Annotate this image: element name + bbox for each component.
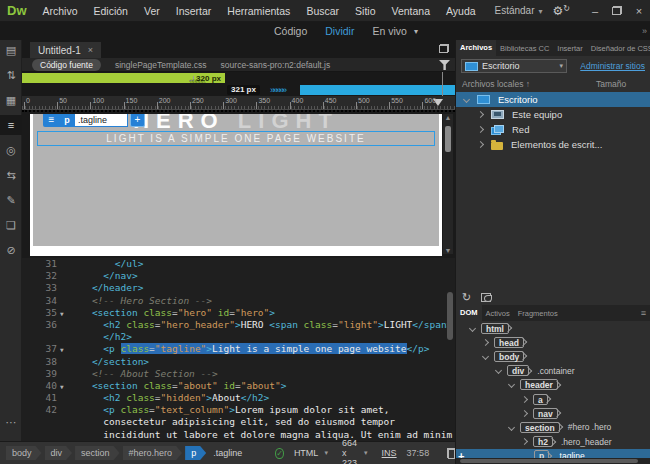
scrollbar-thumb[interactable] (445, 126, 451, 152)
tag-selector-p[interactable]: p (185, 446, 206, 460)
related-file-item[interactable]: singlePageTemplate.css (115, 60, 207, 70)
dom-tree-row-section-herohero[interactable]: section#hero .hero (456, 420, 650, 434)
open-documents-icon[interactable]: ▤ (0, 40, 22, 60)
menu-item-ver[interactable]: Ver (136, 5, 168, 17)
code-scrollbar[interactable] (446, 262, 454, 437)
chevron-right-icon[interactable] (482, 339, 489, 346)
insert-mode-toggle[interactable]: INS (382, 448, 397, 458)
files-tree-row-este-equipo[interactable]: Este equipo (456, 107, 650, 122)
scrollbar-thumb[interactable] (460, 459, 638, 463)
column-size[interactable]: Tamaño (596, 79, 626, 89)
close-button[interactable]: × (628, 3, 650, 19)
scrollbar-thumb[interactable] (447, 292, 453, 340)
live-page[interactable]: ≡ p .tagline + HERO LIGHT LIGHT IS A SIM… (30, 114, 442, 256)
files-tab-insertar[interactable]: Insertar (553, 44, 586, 53)
chevron-right-icon[interactable] (477, 111, 484, 118)
code-line[interactable]: </h2> (22, 331, 455, 343)
menu-item-ayuda[interactable]: Ayuda (438, 5, 484, 17)
view-mode-dividir[interactable]: Dividir (316, 25, 363, 37)
refresh-icon[interactable]: ↻ (462, 291, 471, 304)
chevron-down-icon[interactable] (469, 325, 476, 332)
collapse-panels-icon[interactable]: » (642, 26, 646, 36)
edit-icon[interactable]: ✎ (0, 190, 22, 210)
manage-sites-link[interactable]: Administrar sitios (580, 61, 645, 71)
code-line[interactable]: 31 </ul> (22, 258, 455, 270)
panel-menu-icon[interactable]: ≡ (637, 308, 650, 318)
hamburger-icon[interactable]: ≡ (43, 114, 60, 127)
tag-selector-herohero[interactable]: #hero.hero (123, 446, 183, 460)
files-tab-diseñador-de-css[interactable]: Diseñador de CSS (587, 44, 650, 53)
scroll-up-icon[interactable]: ▲ (443, 114, 453, 121)
menu-item-buscar[interactable]: Buscar (298, 5, 347, 17)
column-local-files[interactable]: Archivos locales ↑ (456, 79, 530, 89)
files-tree-row-red[interactable]: Red (456, 122, 650, 137)
viewport-scrubber-handle[interactable] (442, 72, 443, 96)
filter-icon[interactable] (439, 60, 450, 70)
tag-selector-body[interactable]: body (6, 446, 42, 460)
media-query-bar-320[interactable]: ««««« 320 px (22, 73, 225, 83)
viewport-size-dropdown[interactable]: 664 x 223▾ (342, 438, 368, 464)
hero-section[interactable]: ≡ p .tagline + HERO LIGHT LIGHT IS A SIM… (33, 114, 439, 246)
remove-comment-icon[interactable]: ⊘ (0, 240, 22, 260)
expand-all-icon[interactable]: ⇆ (0, 165, 22, 185)
format-source-icon[interactable]: ≡ (0, 115, 22, 135)
related-file-item[interactable]: source-sans-pro:n2:default.js (221, 60, 331, 70)
chevron-right-icon[interactable] (521, 410, 528, 417)
menu-item-edición[interactable]: Edición (86, 5, 136, 17)
code-line[interactable]: 39 <!-- About Section --> (22, 368, 455, 380)
media-query-bar-321[interactable] (300, 85, 455, 95)
site-dropdown[interactable]: Escritorio ▾ (461, 59, 567, 73)
chevron-down-icon[interactable] (508, 424, 515, 431)
menu-item-insertar[interactable]: Insertar (168, 5, 220, 17)
dom-tag-pill[interactable]: section (520, 422, 560, 433)
code-line[interactable]: 33 </header> (22, 282, 455, 294)
menu-item-sitio[interactable]: Sitio (347, 5, 383, 17)
dom-tree-row-p-tagline[interactable]: +p.tagline (456, 449, 650, 458)
chevron-right-icon[interactable] (477, 126, 484, 133)
code-line[interactable]: 38 </section> (22, 356, 455, 368)
restore-document-icon[interactable] (439, 44, 449, 53)
element-class-input[interactable]: .tagline (74, 114, 128, 127)
chevron-down-icon[interactable] (482, 353, 489, 360)
device-preview-icon[interactable] (447, 448, 455, 459)
code-line[interactable]: 34 <!-- Hero Section --> (22, 295, 455, 307)
workspace-switcher[interactable]: Estándar▾ (494, 5, 542, 16)
tag-selector-section[interactable]: section (75, 446, 120, 460)
minimize-button[interactable]: – (584, 3, 606, 19)
sync-settings-icon[interactable]: ⚙↻ (553, 4, 570, 18)
chevron-right-icon[interactable] (521, 438, 528, 445)
dom-tab-dom[interactable]: DOM (456, 305, 482, 321)
menu-item-archivo[interactable]: Archivo (35, 5, 86, 17)
element-tag-label[interactable]: p (60, 114, 74, 127)
tag-selector-div[interactable]: div (45, 446, 73, 460)
code-line[interactable]: 40▼ <section class="about" id="about"> (22, 380, 455, 392)
files-tab-bibliotecas-cc[interactable]: Bibliotecas CC (496, 44, 553, 53)
code-line[interactable]: 37▼ <p class="tagline">Light is a simple… (22, 343, 455, 355)
dom-tree-row-a[interactable]: a (456, 392, 650, 406)
menu-item-ventana[interactable]: Ventana (384, 5, 439, 17)
code-line[interactable]: 42 <p class="text_column">Lorem ipsum do… (22, 404, 455, 416)
restore-button[interactable] (606, 3, 628, 19)
code-line[interactable]: consectetur adipisicing elit, sed do eiu… (22, 416, 455, 428)
chevron-right-icon[interactable] (477, 141, 484, 148)
dom-tree-row-header[interactable]: header (456, 378, 650, 392)
code-view[interactable]: 31 </ul>32 </nav>33 </header>34 <!-- Her… (22, 258, 455, 441)
scroll-down-icon[interactable]: ▼ (443, 247, 453, 254)
chevron-down-icon[interactable] (508, 381, 515, 388)
files-tree-row-elementos-de-escrit-[interactable]: Elementos de escrit... (456, 137, 650, 152)
document-tab[interactable]: Untitled-1 × (30, 42, 101, 58)
related-file-source[interactable]: Código fuente (32, 59, 101, 71)
dom-tab-activos[interactable]: Activos (482, 309, 514, 318)
chevron-right-icon[interactable] (521, 395, 528, 402)
chevron-down-icon[interactable] (463, 96, 470, 103)
add-class-button[interactable]: + (130, 114, 145, 127)
view-mode-en-vivo[interactable]: En vivo (363, 25, 415, 37)
dom-tab-fragmentos[interactable]: Fragmentos (514, 309, 562, 318)
close-tab-icon[interactable]: × (88, 45, 93, 55)
dom-tree-row-head[interactable]: head (456, 335, 650, 349)
files-tab-archivos[interactable]: Archivos (456, 40, 496, 56)
menu-item-herramientas[interactable]: Herramientas (219, 5, 298, 17)
file-sync-icon[interactable] (481, 293, 492, 302)
add-element-icon[interactable]: + (458, 450, 464, 458)
dom-horizontal-scrollbar[interactable] (456, 458, 650, 464)
